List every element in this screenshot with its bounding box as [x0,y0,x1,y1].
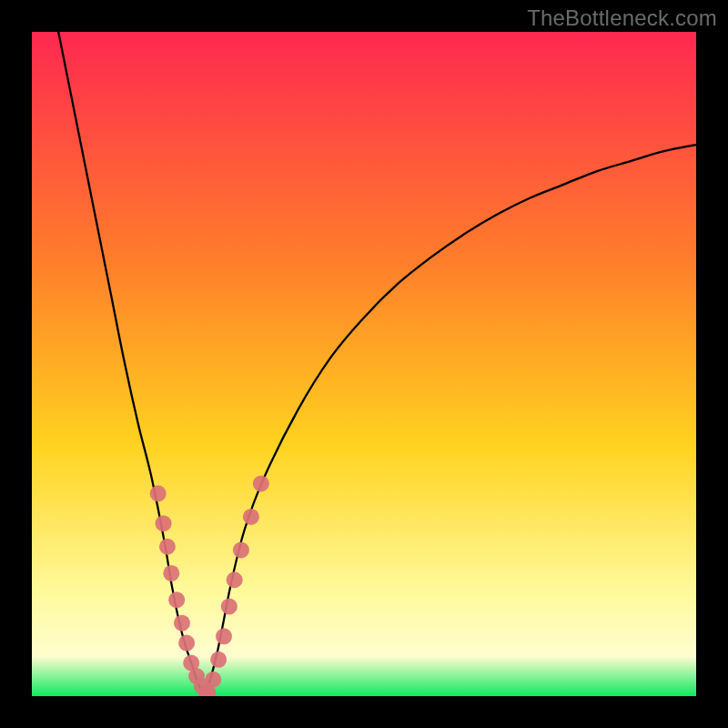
plot-area [32,32,696,696]
data-dot [174,615,190,632]
data-dot [150,485,167,501]
data-dot [156,515,172,531]
data-dot [163,565,179,581]
data-dot [233,541,249,558]
data-dot [178,635,195,652]
gradient-bg [32,32,696,696]
watermark-text: TheBottleneck.com [527,5,717,31]
data-dot [216,628,232,644]
chart-frame: TheBottleneck.com [0,0,728,728]
data-dot [243,509,259,525]
chart-svg [32,32,696,696]
data-dot [210,652,227,668]
data-dot [227,571,243,588]
data-dot [205,672,221,688]
data-dot [221,598,238,614]
data-dot [253,475,269,491]
data-dot [168,592,185,608]
data-dot [159,539,176,555]
